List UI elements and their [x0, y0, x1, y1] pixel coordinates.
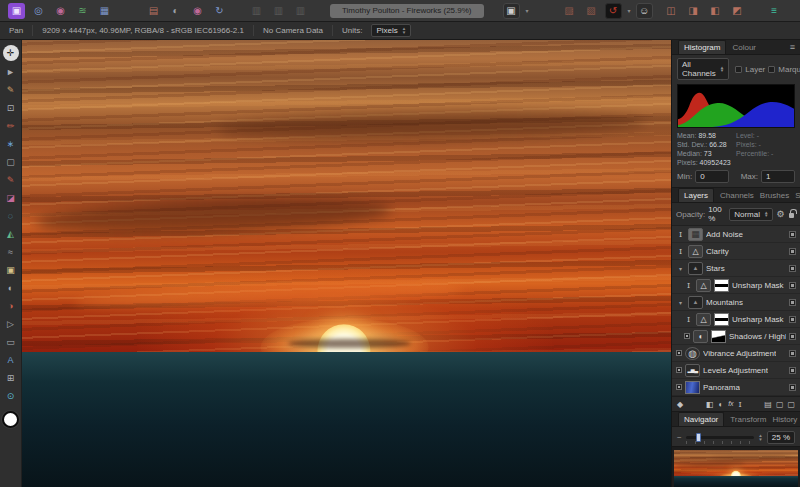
layer-row-clarity[interactable]: I △ Clarity	[672, 243, 800, 260]
snapping-icon[interactable]: ◩	[729, 3, 746, 19]
snapshot-icon[interactable]: ▨	[561, 3, 578, 19]
max-input[interactable]: 1	[761, 170, 795, 183]
snapping-icon[interactable]: ◫	[663, 3, 680, 19]
adjustment-shortcut-icon[interactable]: ◐	[167, 3, 184, 19]
layer-row-stars[interactable]: ▾ ▲ Stars	[672, 260, 800, 277]
add-layer-icon[interactable]: ▢	[776, 400, 784, 409]
burn-brush-tool[interactable]: ◑	[3, 298, 19, 313]
tab-histogram[interactable]: Histogram	[678, 40, 726, 54]
marquee-tool[interactable]: ▢	[3, 154, 19, 169]
zoom-out-icon[interactable]: −	[677, 433, 682, 442]
units-dropdown[interactable]: Pixels ▲▼	[371, 24, 411, 37]
crop-tool[interactable]: ⊡	[3, 100, 19, 115]
adjustment-layer-icon[interactable]: ◐	[718, 400, 723, 409]
assistant-icon[interactable]: ☺	[636, 3, 653, 19]
marquee-checkbox[interactable]	[768, 66, 775, 73]
mask-layer-icon[interactable]: ◧	[706, 400, 714, 409]
tab-history[interactable]: History	[772, 412, 797, 426]
min-input[interactable]: 0	[695, 170, 729, 183]
undo-history-icon[interactable]: ↺	[605, 3, 622, 19]
dodge-brush-tool[interactable]: ◐	[3, 280, 19, 295]
stepper-icon[interactable]: ▲▼	[764, 211, 768, 218]
tab-brushes[interactable]: Brushes	[760, 188, 789, 202]
visibility-checkbox[interactable]	[789, 316, 796, 323]
zoom-tool[interactable]: ⊙	[3, 388, 19, 403]
layer-effects-icon[interactable]: fx	[728, 400, 733, 409]
smudge-brush-tool[interactable]: ≈	[3, 244, 19, 259]
navigator-preview[interactable]	[672, 446, 800, 487]
layer-row-levels[interactable]: ▂▅▃ Levels Adjustment	[672, 362, 800, 379]
enabled-checkbox[interactable]	[676, 384, 682, 390]
layer-row-shadows-highlights[interactable]: ◖ Shadows / Highligh	[672, 328, 800, 345]
zoom-value-input[interactable]: 25 %	[767, 431, 795, 444]
snapping-icon[interactable]: ◨	[685, 3, 702, 19]
new-document-icon[interactable]: ▤	[145, 3, 162, 19]
visibility-checkbox[interactable]	[789, 350, 796, 357]
layer-row-mountains[interactable]: ▾ ▲ Mountains	[672, 294, 800, 311]
develop-persona-icon[interactable]: ◉	[52, 3, 69, 19]
tab-transform[interactable]: Transform	[730, 412, 766, 426]
lock-icon[interactable]	[789, 213, 795, 218]
layer-row-panorama[interactable]: Panorama	[672, 379, 800, 396]
sharpen-brush-tool[interactable]: ◭	[3, 226, 19, 241]
blend-mode-dropdown[interactable]: Normal ▲▼	[729, 208, 773, 221]
visibility-checkbox[interactable]	[789, 367, 796, 374]
layer-checkbox[interactable]	[735, 66, 742, 73]
photo-persona-icon[interactable]: ▣	[8, 3, 25, 19]
tab-stock[interactable]: Stock	[795, 188, 800, 202]
clone-brush-tool[interactable]: ▣	[3, 262, 19, 277]
node-tool[interactable]: ▷	[3, 316, 19, 331]
stepper-icon[interactable]: ▲▼	[758, 434, 762, 441]
move-tool[interactable]: ►	[3, 64, 19, 79]
live-filter-layer-icon[interactable]: I	[739, 400, 742, 409]
visibility-checkbox[interactable]	[789, 384, 796, 391]
mesh-warp-tool[interactable]: ⊞	[3, 370, 19, 385]
stepper-icon[interactable]: ▲▼	[402, 27, 406, 34]
enabled-checkbox[interactable]	[684, 333, 690, 339]
blur-brush-tool[interactable]: ◌	[3, 208, 19, 223]
panel-menu-icon[interactable]: ≡	[790, 42, 795, 52]
current-layer-dropdown-icon[interactable]: ▣	[503, 3, 520, 19]
expand-chevron-icon[interactable]: ▾	[676, 265, 685, 272]
erase-brush-tool[interactable]: ◪	[3, 190, 19, 205]
liquify-persona-icon[interactable]: ◎	[30, 3, 47, 19]
order-icon[interactable]: ≡	[766, 3, 783, 19]
tab-channels[interactable]: Channels	[720, 188, 754, 202]
flood-select-tool[interactable]: ∗	[3, 136, 19, 151]
layer-row-vibrance[interactable]: ◍ Vibrance Adjustment	[672, 345, 800, 362]
enabled-checkbox[interactable]	[676, 367, 682, 373]
snapping-icon[interactable]: ◧	[707, 3, 724, 19]
document-canvas[interactable]	[22, 40, 671, 487]
visibility-checkbox[interactable]	[789, 282, 796, 289]
group-layers-icon[interactable]: ▤	[764, 400, 772, 409]
export-persona-icon[interactable]: ▦	[96, 3, 113, 19]
visibility-checkbox[interactable]	[789, 333, 796, 340]
enabled-checkbox[interactable]	[676, 350, 682, 356]
color-swatch[interactable]	[2, 411, 19, 428]
layer-row-add-noise[interactable]: I ▦ Add Noise	[672, 226, 800, 243]
paint-brush-tool[interactable]: ✎	[3, 172, 19, 187]
color-picker-tool[interactable]: ✎	[3, 82, 19, 97]
visibility-checkbox[interactable]	[789, 265, 796, 272]
tone-mapping-persona-icon[interactable]: ≋	[74, 3, 91, 19]
layer-row-unsharp-mask-1[interactable]: I △ Unsharp Mask	[672, 277, 800, 294]
color-tag-icon[interactable]: ◆	[677, 400, 683, 409]
selection-brush-tool[interactable]: ✏	[3, 118, 19, 133]
layer-row-unsharp-mask-2[interactable]: I △ Unsharp Mask	[672, 311, 800, 328]
text-tool[interactable]: A	[3, 352, 19, 367]
snapshot-restore-icon[interactable]: ▧	[583, 3, 600, 19]
visibility-checkbox[interactable]	[789, 248, 796, 255]
delete-layer-icon[interactable]: ▢	[787, 400, 795, 409]
expand-chevron-icon[interactable]: ▾	[676, 299, 685, 306]
opacity-value[interactable]: 100 %	[708, 205, 726, 223]
rotate-icon[interactable]: ↻	[211, 3, 228, 19]
tab-colour[interactable]: Colour	[732, 40, 756, 54]
visibility-checkbox[interactable]	[789, 231, 796, 238]
color-wheel-icon[interactable]: ◉	[189, 3, 206, 19]
rectangle-tool[interactable]: ▭	[3, 334, 19, 349]
zoom-slider[interactable]	[686, 436, 755, 439]
tab-navigator[interactable]: Navigator	[678, 412, 724, 426]
tab-layers[interactable]: Layers	[678, 188, 714, 202]
gear-icon[interactable]: ⚙	[776, 209, 784, 219]
channel-dropdown[interactable]: All Channels ▲▼	[677, 58, 729, 80]
